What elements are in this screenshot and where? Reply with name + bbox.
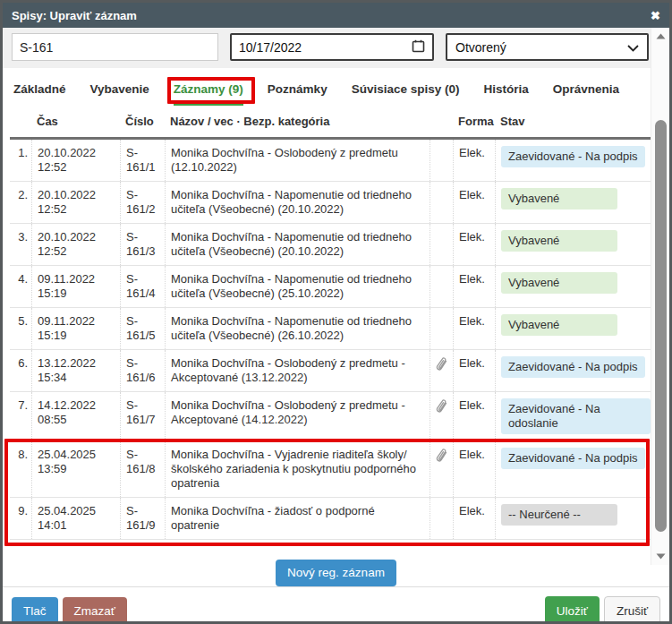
row-date: 20.10.2022: [38, 146, 116, 160]
row-time: 20.10.2022 12:52: [31, 224, 120, 265]
row-name: Monika Dochvíľna - Vyjadrenie riaditeľa …: [165, 441, 430, 497]
row-status: Zaevidované - Na podpis: [495, 350, 654, 391]
tab-z-znamy-9-[interactable]: Záznamy (9): [174, 82, 243, 96]
row-form: Elek.: [453, 392, 495, 440]
status-badge: Vybavené: [501, 272, 617, 294]
row-date: 20.10.2022: [38, 230, 116, 244]
row-status: -- Neurčené --: [495, 498, 654, 539]
print-button[interactable]: Tlač: [12, 597, 58, 624]
row-form: Elek.: [453, 308, 495, 349]
row-name: Monika Dochvíľna - Napomenutie od triedn…: [165, 308, 430, 349]
attachment-icon: [430, 441, 453, 497]
row-time: 20.10.2022 12:52: [31, 182, 120, 223]
row-name: Monika Dochvíľna - žiadosť o podporné op…: [165, 498, 430, 539]
vertical-scrollbar[interactable]: [651, 28, 669, 565]
row-name: Monika Dochvíľna - Napomenutie od triedn…: [165, 266, 430, 307]
row-time: 09.11.2022 15:19: [31, 308, 120, 349]
table-row[interactable]: 1. 20.10.2022 12:52 S-161/1 Monika Dochv…: [10, 140, 654, 182]
col-header-number: Číslo: [120, 107, 165, 137]
col-header-status: Stav: [495, 107, 654, 137]
col-header-name: Názov / vec · Bezp. kategória: [165, 107, 430, 137]
table-row[interactable]: 7. 14.12.2022 08:55 S-161/7 Monika Dochv…: [10, 392, 654, 441]
form-strip: 10/17/2022 Otvorený: [3, 28, 669, 68]
scrollbar-track[interactable]: [651, 45, 669, 548]
row-number: S-161/1: [120, 140, 165, 181]
table-row[interactable]: 4. 09.11.2022 15:19 S-161/4 Monika Dochv…: [10, 266, 654, 308]
tab-bar: ZákladnéVybavenieZáznamy (9)PoznámkySúvi…: [3, 68, 669, 107]
dialog-title: Spisy: Upraviť záznam: [12, 9, 137, 22]
table-row[interactable]: 8. 25.04.2025 13:59 S-161/8 Monika Dochv…: [10, 441, 654, 498]
row-index: 3.: [10, 224, 31, 265]
row-form: Elek.: [453, 266, 495, 307]
row-clock: 08:55: [38, 413, 116, 427]
tab-hist-ria[interactable]: História: [483, 82, 528, 96]
status-badge: Zaevidované - Na odoslanie: [501, 398, 651, 434]
row-clock: 12:52: [38, 202, 116, 217]
tab-pozn-mky[interactable]: Poznámky: [268, 82, 327, 96]
col-header-form: Forma: [453, 107, 495, 137]
row-index: 6.: [10, 350, 31, 391]
table-row[interactable]: 6. 13.12.2022 15:34 S-161/6 Monika Dochv…: [10, 350, 654, 392]
records-table-body: 1. 20.10.2022 12:52 S-161/1 Monika Dochv…: [10, 140, 654, 540]
row-status: Vybavené: [495, 182, 654, 223]
row-number: S-161/6: [120, 350, 165, 391]
dialog-titlebar: Spisy: Upraviť záznam ✖: [3, 3, 669, 28]
tab-z-kladn-[interactable]: Základné: [13, 82, 66, 96]
scroll-up-icon[interactable]: [656, 28, 666, 45]
date-input[interactable]: 10/17/2022: [230, 33, 434, 61]
row-date: 13.12.2022: [38, 356, 116, 371]
scroll-down-icon[interactable]: [656, 548, 666, 565]
row-form: Elek.: [453, 441, 495, 497]
table-row[interactable]: 2. 20.10.2022 12:52 S-161/2 Monika Dochv…: [10, 182, 654, 224]
status-select[interactable]: Otvorený: [446, 33, 649, 61]
tab-opr-vnenia[interactable]: Oprávnenia: [553, 82, 619, 96]
row-name: Monika Dochvíľna - Oslobodený z predmetu…: [165, 392, 430, 440]
tab-s-visiace-spisy-0-[interactable]: Súvisiace spisy (0): [352, 82, 460, 96]
status-badge: Vybavené: [501, 230, 617, 252]
close-icon[interactable]: ✖: [651, 10, 660, 21]
records-table: Čas Číslo Názov / vec · Bezp. kategória …: [3, 107, 654, 540]
row-time: 25.04.2025 14:01: [31, 498, 120, 539]
table-row[interactable]: 5. 09.11.2022 15:19 S-161/5 Monika Dochv…: [10, 308, 654, 350]
calendar-icon[interactable]: [412, 39, 425, 56]
table-row[interactable]: 9. 25.04.2025 14:01 S-161/9 Monika Dochv…: [10, 498, 654, 540]
col-header-index: [10, 107, 31, 137]
row-clock: 12:52: [38, 244, 116, 259]
delete-button[interactable]: Zmazať: [63, 597, 127, 624]
status-badge: Vybavené: [501, 188, 617, 209]
row-number: S-161/9: [120, 498, 165, 539]
row-clock: 12:52: [38, 160, 116, 175]
row-time: 25.04.2025 13:59: [31, 441, 120, 497]
row-clock: 15:19: [38, 286, 116, 301]
row-index: 7.: [10, 392, 31, 440]
row-index: 9.: [10, 498, 31, 539]
tab-vybavenie[interactable]: Vybavenie: [90, 82, 149, 96]
scrollbar-thumb[interactable]: [655, 120, 667, 532]
table-row[interactable]: 3. 20.10.2022 12:52 S-161/3 Monika Dochv…: [10, 224, 654, 266]
new-record-button[interactable]: Nový reg. záznam: [276, 560, 396, 586]
attachment-icon: [430, 140, 453, 181]
row-time: 20.10.2022 12:52: [31, 140, 120, 181]
row-number: S-161/4: [120, 266, 165, 307]
row-status: Vybavené: [495, 266, 654, 307]
row-date: 14.12.2022: [38, 398, 116, 413]
col-header-time: Čas: [31, 107, 120, 137]
row-number: S-161/7: [120, 392, 165, 440]
cancel-button[interactable]: Zrušiť: [604, 596, 660, 624]
status-badge: -- Neurčené --: [501, 504, 617, 526]
new-record-area: Nový reg. záznam: [3, 540, 669, 586]
file-number-input[interactable]: [12, 33, 218, 61]
row-number: S-161/2: [120, 182, 165, 223]
save-button[interactable]: Uložiť: [545, 596, 600, 624]
dialog-footer: Tlač Zmazať Uložiť Zrušiť: [3, 586, 669, 624]
status-badge: Vybavené: [501, 314, 617, 336]
status-badge: Zaevidované - Na podpis: [501, 448, 645, 469]
attachment-icon: [430, 224, 453, 265]
row-form: Elek.: [453, 182, 495, 223]
col-header-attachment: [430, 107, 453, 137]
row-clock: 15:19: [38, 329, 116, 343]
row-name: Monika Dochvíľna - Napomenutie od triedn…: [165, 224, 430, 265]
status-badge: Zaevidované - Na podpis: [501, 146, 645, 167]
status-selected-value: Otvorený: [455, 40, 506, 55]
row-name: Monika Dochvíľna - Oslobodený z predmetu…: [165, 140, 430, 181]
